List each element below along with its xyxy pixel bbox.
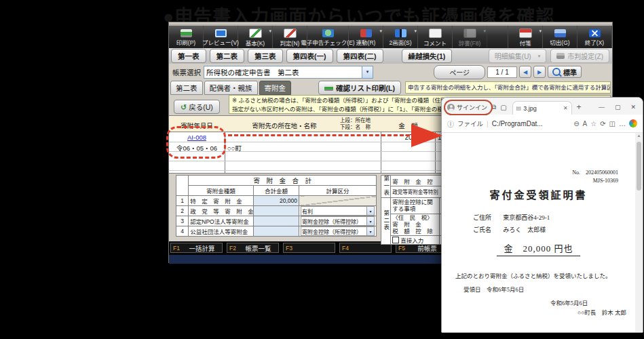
sticky-note-button[interactable]: 付箋 ▾ [508,26,543,48]
donation-recipient[interactable]: ○○町 [227,143,242,153]
button-label: 辞書(F8) [459,39,481,47]
amount-cell[interactable] [253,226,299,237]
red-pencil-doc-icon [284,28,297,38]
tab-sheet4-2[interactable]: 第四表(二) [337,49,383,63]
instruction-text: 申告する寄附金の明細を入力し、「寄附金合計」欄で各寄附金に適用する計算区分を選択… [405,81,611,94]
zoom-out-icon[interactable]: ⊖ [573,120,579,127]
comment-button[interactable]: コメント [418,26,453,48]
copilot-icon[interactable] [629,119,637,127]
edge-title-bar: サインイン ⧉ ▢ ▤ 3.jpg ✕ + — ▢ ✕ [442,98,643,115]
scrollbar-thumb[interactable] [637,142,641,191]
type-cell: 公益社団法人等寄附金 [189,226,254,237]
calc-dropdown[interactable]: 寄附金控除（所得控除） ▾ [301,226,375,236]
cutout-button[interactable]: 切出(G) [543,26,577,48]
amount-cell[interactable] [253,206,299,216]
form-select-value: 所得税の確定申告書 第二表 [204,67,362,77]
address-path[interactable]: C:/ProgramDat... [492,120,571,127]
type-cell: 政 党 等 寄 附 金 [189,206,254,216]
receipt-name-line: ご氏名 みろく 太郎様 [473,225,546,234]
split-screen-icon[interactable]: ◫ [609,120,615,127]
button-label: プレビュー(V) [202,38,239,46]
info-icon[interactable]: ⓘ [447,119,454,129]
edge-address-bar[interactable]: ⓘ ファイル | C:/ProgramDat... ⊖ A ☆ ⟳ ◫ … [442,115,643,133]
page-button[interactable]: ページ [434,65,485,79]
detail-edit-button[interactable]: 明細編集(U) ▾ [489,49,546,63]
basic-button[interactable]: 基本(K) ▾ [238,26,273,48]
tab-sheet4-1[interactable]: 第四表(一) [286,49,333,63]
direct-input-checkbox[interactable] [392,237,399,243]
header-addr-name: 寄附先の所在地・名称 [233,121,335,130]
etax-check-button[interactable]: 電子申告チェック(E) [307,26,349,48]
close-x-icon [589,29,601,37]
browser-tab[interactable]: ▤ 3.jpg ✕ [512,101,572,115]
stamp-setting-button[interactable]: 市判設定(Z) [550,49,609,63]
calc-dropdown[interactable]: 有利 ▾ [301,206,375,216]
fn-f2-button[interactable]: F2 帳票一覧 [227,243,279,253]
donation-amount[interactable]: 20,000 [381,134,425,141]
donation-date[interactable]: 令06・05・06 [169,143,225,153]
tab-donation[interactable]: 寄附金 [259,81,292,95]
minimize-button[interactable]: — [599,104,605,111]
back-button[interactable]: ↺ 戻る(U) [174,100,220,114]
maximize-button[interactable]: ▢ [615,104,621,111]
signin-label: サインイン [457,103,487,112]
sheet-tab-row: 第一表 第二表 第三表 第四表(一) 第四表(二) 繰越損失(1) 明細編集(U… [169,48,612,64]
header-amount: 金 額 [381,121,435,130]
calc-cell: 有利 ▾ [299,206,377,216]
protocol-label: ファイル [457,119,483,128]
dual-screen-button[interactable]: 2画面(S) ▾ [383,26,418,48]
button-label: 付箋 [519,39,531,47]
scrollbar[interactable]: ▲ [635,133,643,332]
chevron-down-icon: ▾ [366,207,374,215]
button-label: 連動(R) [356,38,376,46]
tab-sheet3[interactable]: 第三表 [248,49,283,63]
favorite-star-icon[interactable]: ☆ [590,120,596,127]
carryover-loss-button[interactable]: 繰越損失(1) [402,49,453,63]
confirm-list-print-button[interactable]: 確認リスト印刷(L) [318,81,401,95]
workspaces-icon[interactable]: ⧉ [491,103,496,111]
scroll-up-icon[interactable]: ▲ [635,134,643,138]
button-label: 2画面(S) [389,38,411,46]
receipt-number: No. 202405060001 [572,168,618,176]
page-prev-button[interactable]: ◀ [519,66,531,78]
tab-sheet1[interactable]: 第一表 [171,49,206,63]
screenshot-canvas: ●申告書入力画面からいつでも証憑画像を確認 印刷(P) プレビュー(V) 基本(… [0,0,644,339]
signin-button[interactable]: サインイン [447,103,487,112]
new-tab-button[interactable]: + [577,102,582,112]
monitor-icon [215,29,227,37]
tab-actions-icon[interactable]: ▢ [500,104,506,111]
amount-cell[interactable] [253,216,299,226]
button-label: 判定(N) [280,39,300,47]
receipt-sub-number: MJS-10369 [593,178,618,184]
form-select[interactable]: 所得税の確定申告書 第二表 ▾ [204,66,373,79]
fn-f1-button[interactable]: F1 一括計算 [170,243,223,253]
tab-spouse-family[interactable]: 配偶者・親族 [204,81,258,95]
pin-icon [519,28,532,38]
button-label: 戻る(U) [189,102,213,112]
dictionary-button[interactable]: 辞書(F8) ▾ [453,26,487,48]
form-select-row: 帳票選択 所得税の確定申告書 第二表 ▾ ページ 1 / 1 ◀ ▶ 標準 [169,64,612,80]
header-hint-top: 上段：所在地 [340,118,371,123]
exit-button[interactable]: 終了(X) [577,26,612,48]
chevron-down-icon: ▾ [414,28,417,34]
amount-cell[interactable]: 20,000 [253,196,299,206]
chevron-down-icon: ▾ [379,28,382,34]
tab-close-icon[interactable]: ✕ [563,105,568,111]
chevron-down-icon: ▾ [539,28,542,34]
more-menu-icon[interactable]: … [619,120,626,127]
fn-f3-button[interactable]: F3 [283,243,335,253]
tab-sheet2[interactable]: 第二表 [210,49,245,63]
zoom-standard-button[interactable]: 標準 [548,66,582,78]
close-button[interactable]: ✕ [630,104,636,111]
page-next-button[interactable]: ▶ [533,66,546,78]
evidence-image-link[interactable]: AI-008 [169,134,225,141]
tab-second-sheet[interactable]: 第二表 [170,81,203,95]
calc-dropdown[interactable]: 寄附金控除（所得控除） ▾ [301,216,375,226]
link-button[interactable]: 連動(R) ▾ [349,26,383,48]
header-date: 寄附年月日 [169,121,225,130]
summary-title: 寄 附 金 合 計 [189,176,377,186]
refresh-icon[interactable]: ⟳ [600,120,605,127]
preview-button[interactable]: プレビュー(V) [204,26,238,48]
print-button[interactable]: 印刷(P) [169,26,204,48]
read-aloud-icon[interactable]: A [583,120,588,127]
